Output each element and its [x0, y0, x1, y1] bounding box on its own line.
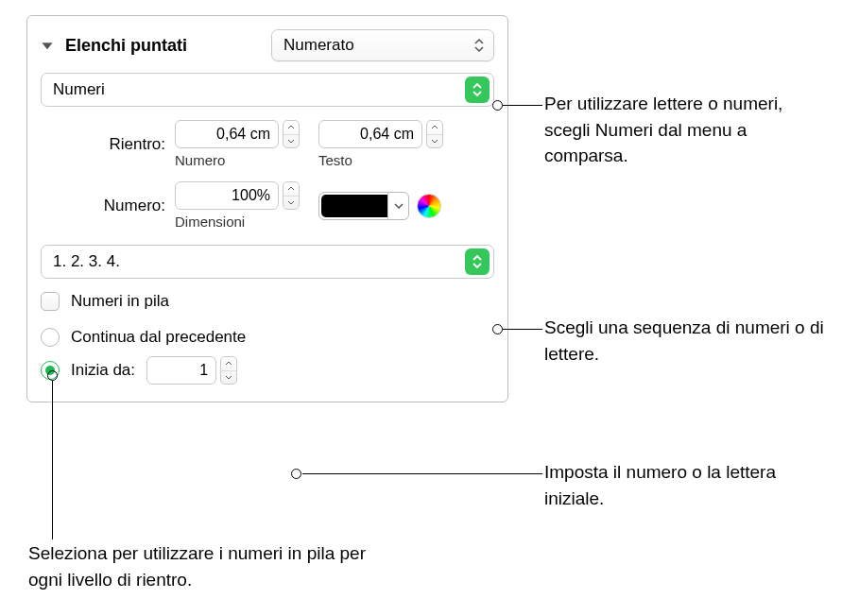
callout-line	[302, 473, 542, 474]
indent-number-input[interactable]	[175, 120, 279, 148]
chevron-up-down-icon	[470, 33, 489, 58]
number-type-popup[interactable]: Numeri	[41, 73, 494, 107]
start-input[interactable]	[146, 356, 216, 385]
callout-line	[503, 329, 542, 330]
chevron-up-down-icon	[465, 77, 490, 103]
stepper-down-icon[interactable]	[221, 371, 236, 385]
stepper-buttons[interactable]	[426, 120, 443, 148]
stepper-up-icon[interactable]	[284, 182, 299, 197]
chevron-up-down-icon	[465, 248, 490, 275]
start-radio-row: Inizia da:	[41, 356, 494, 385]
list-style-value: Numerato	[284, 36, 354, 55]
callout-dot	[291, 469, 301, 479]
start-label: Inizia da:	[71, 361, 135, 380]
chevron-down-icon[interactable]	[387, 193, 408, 219]
section-title: Elenchi puntati	[65, 36, 187, 56]
disclosure-icon[interactable]	[41, 39, 54, 52]
color-picker-icon[interactable]	[417, 194, 441, 218]
callout-line	[52, 381, 53, 539]
continue-label: Continua dal precedente	[71, 328, 246, 347]
indent-text-stepper[interactable]	[318, 120, 443, 148]
section-header: Elenchi puntati Numerato	[41, 29, 494, 61]
color-swatch	[321, 195, 387, 217]
annotation-start: Imposta il numero o la lettera iniziale.	[544, 459, 828, 511]
bullets-panel: Elenchi puntati Numerato Numeri Rientro:	[26, 15, 508, 402]
stepper-down-icon[interactable]	[427, 135, 442, 148]
start-stepper[interactable]	[146, 356, 237, 385]
stepper-down-icon[interactable]	[284, 197, 299, 210]
indent-label: Rientro:	[41, 135, 175, 154]
callout-line	[503, 105, 542, 106]
sequence-popup[interactable]: 1. 2. 3. 4.	[41, 245, 494, 279]
stepper-buttons[interactable]	[220, 356, 237, 385]
indent-row: Rientro: Numero Testo	[41, 120, 494, 168]
number-row: Numero: Dimensioni	[41, 181, 494, 230]
color-well[interactable]	[318, 192, 409, 220]
callout-dot	[47, 370, 58, 381]
continue-radio[interactable]	[41, 328, 60, 347]
indent-number-stepper[interactable]	[175, 120, 300, 148]
tiered-label: Numeri in pila	[71, 292, 169, 311]
stepper-up-icon[interactable]	[221, 357, 236, 371]
number-size-input[interactable]	[175, 181, 279, 210]
stepper-up-icon[interactable]	[427, 121, 442, 135]
tiered-checkbox[interactable]	[41, 292, 60, 311]
sequence-value: 1. 2. 3. 4.	[53, 252, 120, 271]
stepper-down-icon[interactable]	[284, 135, 299, 148]
number-label: Numero:	[41, 197, 175, 215]
stepper-up-icon[interactable]	[284, 121, 299, 135]
number-size-sublabel: Dimensioni	[175, 214, 300, 230]
stepper-buttons[interactable]	[283, 120, 300, 148]
indent-number-sublabel: Numero	[175, 152, 300, 168]
number-size-stepper[interactable]	[175, 181, 300, 210]
indent-text-input[interactable]	[318, 120, 422, 148]
number-type-value: Numeri	[53, 80, 105, 99]
annotation-sequence: Scegli una sequenza di numeri o di lette…	[544, 315, 837, 367]
tiered-checkbox-row: Numeri in pila	[41, 292, 494, 311]
stepper-buttons[interactable]	[283, 181, 300, 210]
annotation-type: Per utilizzare lettere o numeri, scegli …	[544, 91, 828, 169]
callout-dot	[492, 324, 503, 334]
annotation-tiered: Seleziona per utilizzare i numeri in pil…	[28, 540, 387, 592]
list-style-popup[interactable]: Numerato	[271, 29, 494, 61]
callout-dot	[492, 100, 503, 111]
continue-radio-row: Continua dal precedente	[41, 328, 494, 347]
indent-text-sublabel: Testo	[318, 152, 443, 168]
